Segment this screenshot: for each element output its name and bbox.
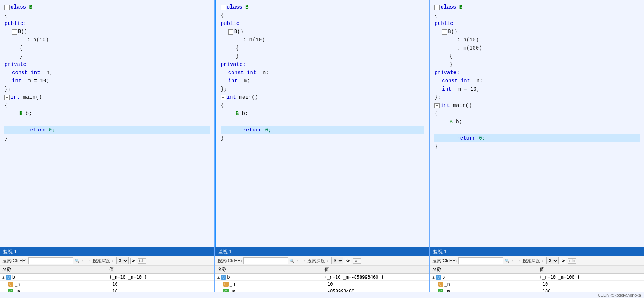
collapse-icon[interactable]: − <box>4 95 10 100</box>
collapse-icon[interactable]: − <box>12 29 17 35</box>
watch-toolbar: 搜索(Ctrl+E)🔍←→搜索深度：12345⟳tab <box>0 256 214 266</box>
right-arrow-icon[interactable]: → <box>517 259 521 263</box>
field-icon: ⬡ <box>223 282 229 287</box>
watch-row: ▲ ⬡ b{_n=10 _m=-858993460 } <box>215 274 429 281</box>
code-line: const int _n; <box>434 77 640 85</box>
field2-icon: ⬡ <box>8 289 13 292</box>
search-input[interactable] <box>243 257 288 264</box>
code-line: B b; <box>221 110 425 118</box>
refresh-button[interactable]: ⟳ <box>560 258 566 264</box>
search-input[interactable] <box>28 257 73 264</box>
collapse-icon[interactable]: − <box>434 5 440 10</box>
watch-child-name: ⬡ _n <box>6 281 110 288</box>
tab-button[interactable]: tab <box>568 258 576 264</box>
code-line: { <box>221 101 425 110</box>
main-area: −class B{public:−B():_n(10){}private:con… <box>0 0 644 292</box>
object-icon: ⬡ <box>6 275 11 280</box>
watch-cell-name: ▲ ⬡ b <box>0 274 107 280</box>
code-line: −class B <box>221 3 425 11</box>
refresh-button[interactable]: ⟳ <box>130 258 136 264</box>
object-icon: ⬡ <box>221 275 226 280</box>
collapse-icon[interactable]: − <box>221 95 226 100</box>
code-line: :_n(10) <box>221 36 425 44</box>
watch-table: 名称值▲ ⬡ b{_n=10 _m=10 }⬡ _n10⬡ _m10 <box>0 266 214 292</box>
watch-var-name: b <box>12 275 15 280</box>
field2-icon: ⬡ <box>223 289 229 292</box>
refresh-button[interactable]: ⟳ <box>345 258 351 264</box>
code-line: B b; <box>434 118 640 126</box>
code-area-1: −class B{public:−B():_n(10){}private:con… <box>0 0 214 247</box>
code-line: }; <box>221 85 425 93</box>
expand-arrow-icon[interactable]: ▲ <box>217 275 220 280</box>
left-arrow-icon[interactable]: ← <box>81 259 85 263</box>
field-icon: ⬡ <box>8 282 13 287</box>
watch-child-row: ⬡ _m-858993460 <box>215 288 429 292</box>
right-arrow-icon[interactable]: → <box>87 259 91 263</box>
depth-select[interactable]: 12345 <box>116 257 129 264</box>
watch-col-header: 值 <box>537 266 644 273</box>
watch-child-val: 100 <box>540 288 644 292</box>
code-line: { <box>4 101 210 110</box>
watch-child-row: ⬡ _n10 <box>430 281 644 288</box>
code-line: −B() <box>221 28 425 36</box>
code-line: return 0; <box>4 126 210 134</box>
watch-child-var-name: _n <box>15 282 20 287</box>
watch-child-val: 10 <box>110 288 214 292</box>
code-line: { <box>4 11 210 19</box>
watch-cell-val: {_n=10 _m=10 } <box>107 274 214 280</box>
code-line: −class B <box>4 3 210 11</box>
collapse-icon[interactable]: − <box>442 29 447 35</box>
watch-cell-name: ▲ ⬡ b <box>215 274 322 280</box>
search-icon: 🔍 <box>289 259 295 263</box>
code-line: public: <box>4 19 210 28</box>
watch-child-val: 10 <box>325 281 429 288</box>
search-icon: 🔍 <box>505 259 510 263</box>
search-label: 搜索(Ctrl+E) <box>2 258 27 264</box>
left-arrow-icon[interactable]: ← <box>296 259 300 263</box>
watch-toolbar: 搜索(Ctrl+E)🔍←→搜索深度：12345⟳tab <box>215 256 429 266</box>
depth-label: 搜索深度： <box>92 258 115 264</box>
bottom-credit: CSDN @kosokahonoka <box>0 292 644 298</box>
code-line: } <box>4 134 210 142</box>
collapse-icon[interactable]: − <box>4 5 10 10</box>
code-line <box>434 126 640 134</box>
code-line: { <box>221 11 425 19</box>
watch-child-var-name: _m <box>15 289 20 292</box>
code-line: { <box>4 44 210 52</box>
collapse-icon[interactable]: − <box>434 103 440 108</box>
left-arrow-icon[interactable]: ← <box>511 259 515 263</box>
watch-child-name: ⬡ _m <box>436 288 540 292</box>
search-label: 搜索(Ctrl+E) <box>432 258 457 264</box>
field-icon: ⬡ <box>438 282 443 287</box>
watch-toolbar: 搜索(Ctrl+E)🔍←→搜索深度：12345⟳tab <box>430 256 644 266</box>
watch-panel-1: 监视 1搜索(Ctrl+E)🔍←→搜索深度：12345⟳tab名称值▲ ⬡ b{… <box>0 247 214 292</box>
search-icon: 🔍 <box>75 259 80 263</box>
watch-header: 名称值 <box>430 266 644 274</box>
expand-arrow-icon[interactable]: ▲ <box>432 275 435 280</box>
depth-select[interactable]: 12345 <box>546 257 559 264</box>
watch-child-row: ⬡ _n10 <box>0 281 214 288</box>
tab-button[interactable]: tab <box>138 258 146 264</box>
collapse-icon[interactable]: − <box>228 29 233 35</box>
tab-button[interactable]: tab <box>353 258 361 264</box>
code-line: private: <box>434 69 640 77</box>
code-line <box>4 142 210 150</box>
code-line <box>4 118 210 126</box>
depth-label: 搜索深度： <box>307 258 330 264</box>
watch-var-name: b <box>227 275 230 280</box>
code-line: :_n(10) <box>4 36 210 44</box>
watch-header: 名称值 <box>0 266 214 274</box>
code-line: } <box>434 60 640 69</box>
field2-icon: ⬡ <box>438 289 443 292</box>
code-area-3: −class B{public:−B():_n(10),_m(100){}pri… <box>430 0 644 247</box>
watch-title: 监视 1 <box>430 247 644 256</box>
watch-table: 名称值▲ ⬡ b{_n=10 _m=100 }⬡ _n10⬡ _m100 <box>430 266 644 292</box>
expand-arrow-icon[interactable]: ▲ <box>2 275 5 280</box>
collapse-icon[interactable]: − <box>221 5 226 10</box>
code-line: { <box>434 11 640 19</box>
watch-table: 名称值▲ ⬡ b{_n=10 _m=-858993460 }⬡ _n10⬡ _m… <box>215 266 429 292</box>
search-input[interactable] <box>458 257 503 264</box>
code-line: const int _n; <box>221 69 425 77</box>
depth-select[interactable]: 12345 <box>331 257 343 264</box>
right-arrow-icon[interactable]: → <box>302 259 306 263</box>
